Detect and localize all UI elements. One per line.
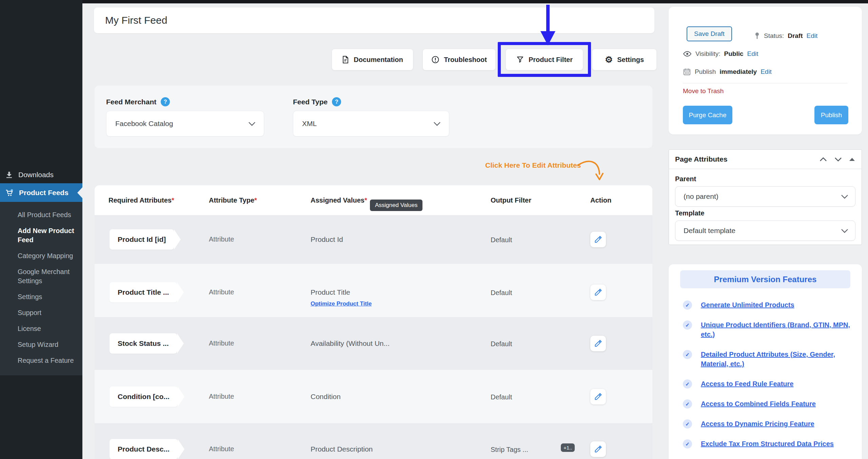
sidebar-item-downloads[interactable]: Downloads (0, 166, 82, 183)
check-icon: ✓ (683, 350, 692, 359)
submenu-settings[interactable]: Settings (0, 289, 82, 305)
admin-sidebar: Downloads Product Feeds All Product Feed… (0, 0, 82, 459)
cell-output-filter: Strip Tags ... (491, 446, 528, 454)
cell-assigned-value: Availability (Without Un... (311, 339, 390, 348)
publish-button[interactable]: Publish (814, 106, 848, 124)
chevron-down-icon (248, 122, 256, 126)
cell-assigned-value: Product Id (311, 235, 343, 244)
required-marker: * (172, 196, 174, 204)
pencil-icon (594, 393, 602, 401)
feed-title-card[interactable]: My First Feed (94, 7, 654, 33)
sidebar-item-product-feeds[interactable]: Product Feeds (0, 183, 82, 202)
documentation-button[interactable]: Documentation (332, 49, 413, 70)
move-down-icon[interactable] (834, 157, 842, 162)
submenu-all-product-feeds[interactable]: All Product Feeds (0, 207, 82, 223)
pencil-icon (594, 288, 602, 296)
pencil-icon (594, 339, 602, 348)
toggle-panel-icon[interactable] (849, 158, 855, 161)
edit-schedule-link[interactable]: Edit (761, 68, 772, 76)
premium-feature-link[interactable]: ✓ Unique Product Identifiers (Brand, GTI… (683, 320, 852, 339)
edit-attribute-button[interactable] (590, 441, 606, 457)
cell-assigned-value: Product Title (311, 288, 350, 296)
publish-value: immediately (719, 68, 757, 76)
template-label: Template (675, 209, 855, 217)
calendar-icon (683, 68, 691, 76)
feed-merchant-label: Feed Merchant ? (106, 97, 170, 106)
feed-type-label: Feed Type ? (293, 97, 341, 106)
cell-attribute-type: Attribute (209, 393, 234, 400)
check-icon: ✓ (683, 399, 692, 409)
top-black-strip (82, 0, 868, 3)
save-draft-button[interactable]: Save Draft (687, 26, 732, 41)
sidebar-item-label: Product Feeds (19, 189, 68, 197)
cart-icon (5, 188, 14, 197)
premium-feature-link[interactable]: ✓ Access to Feed Rule Feature (683, 379, 852, 389)
sidebar-item-label: Downloads (18, 171, 54, 179)
edit-status-link[interactable]: Edit (807, 32, 818, 40)
submenu-google-merchant-settings[interactable]: Google Merchant Settings (0, 264, 82, 289)
selected-value: Facebook Catalog (115, 120, 173, 128)
required-marker: * (254, 196, 257, 204)
help-icon[interactable]: ? (332, 97, 341, 106)
submenu-add-new-product-feed[interactable]: Add New Product Feed (0, 223, 82, 248)
template-select[interactable]: Default template (675, 221, 855, 241)
column-header-output-filter: Output Filter (491, 185, 531, 215)
table-row: Product Desc... Attribute Product Descri… (95, 423, 652, 459)
edit-attribute-button[interactable] (590, 285, 606, 300)
premium-features-list: ✓ Generate Unlimited Products ✓ Unique P… (683, 300, 852, 448)
cell-attribute-type: Attribute (209, 445, 234, 453)
premium-feature-link[interactable]: ✓ Access to Combined Fields Feature (683, 399, 852, 409)
premium-feature-link[interactable]: ✓ Exclude Tax From Structured Data Price… (683, 439, 852, 448)
label-text: Feed Type (293, 98, 328, 106)
publish-label: Publish (695, 68, 716, 76)
page-attributes-panel: Page Attributes Parent (no parent) Templ… (669, 149, 862, 245)
edit-attribute-button[interactable] (590, 389, 606, 404)
gear-icon: ⚙ (605, 55, 613, 64)
move-up-icon[interactable] (820, 157, 827, 162)
page-attributes-header[interactable]: Page Attributes (669, 150, 862, 169)
column-header-assigned-values: Assigned Values* (311, 185, 367, 215)
parent-select[interactable]: (no parent) (675, 186, 855, 207)
submenu-request-a-feature[interactable]: Request a Feature (0, 353, 82, 369)
attribute-chip: Product Id [id] (110, 229, 174, 250)
label-text: Feed Merchant (106, 98, 156, 106)
check-icon: ✓ (683, 419, 692, 429)
cell-attribute-type: Attribute (209, 288, 234, 296)
move-to-trash-link[interactable]: Move to Trash (683, 87, 724, 95)
feed-merchant-select[interactable]: Facebook Catalog (106, 111, 264, 137)
feed-type-select[interactable]: XML (293, 111, 449, 137)
button-label: Settings (617, 56, 644, 64)
purge-cache-button[interactable]: Purge Cache (683, 106, 732, 124)
edit-attribute-button[interactable] (590, 232, 606, 247)
settings-button[interactable]: ⚙ Settings (592, 49, 656, 70)
edit-attribute-button[interactable] (590, 336, 606, 351)
submenu-support[interactable]: Support (0, 305, 82, 321)
help-icon[interactable]: ? (161, 97, 170, 106)
premium-feature-link[interactable]: ✓ Detailed Product Attributes (Size, Gen… (683, 350, 852, 369)
pencil-icon (594, 235, 602, 244)
submenu-category-mapping[interactable]: Category Mapping (0, 248, 82, 264)
curved-arrow-icon (576, 158, 609, 187)
optimize-product-title-link[interactable]: Optimize Product Title (311, 300, 372, 307)
submenu-license[interactable]: License (0, 321, 82, 337)
cell-attribute-type: Attribute (209, 235, 234, 243)
selected-value: Default template (684, 227, 735, 235)
submenu-setup-wizard[interactable]: Setup Wizard (0, 337, 82, 353)
premium-feature-link[interactable]: ✓ Generate Unlimited Products (683, 300, 852, 310)
required-marker: * (364, 196, 367, 204)
more-filters-badge[interactable]: +1.. (561, 443, 575, 452)
selected-value: (no parent) (684, 192, 718, 201)
premium-features-title: Premium Version Features (680, 270, 850, 288)
edit-visibility-link[interactable]: Edit (747, 50, 758, 58)
product-filter-button[interactable]: Product Filter (506, 49, 583, 70)
page-attributes-body: Parent (no parent) Template Default temp… (669, 169, 862, 241)
attributes-table: Required Attributes* Attribute Type* Ass… (95, 185, 652, 459)
button-label: Troubleshoot (444, 56, 487, 64)
visibility-value: Public (724, 50, 744, 58)
column-header-required-attributes: Required Attributes* (108, 185, 174, 215)
troubleshoot-button[interactable]: Troubleshoot (423, 49, 495, 70)
active-menu-notch (77, 187, 82, 198)
download-icon (5, 171, 13, 179)
premium-feature-link[interactable]: ✓ Access to Dynamic Pricing Feature (683, 419, 852, 429)
selected-value: XML (302, 120, 317, 128)
